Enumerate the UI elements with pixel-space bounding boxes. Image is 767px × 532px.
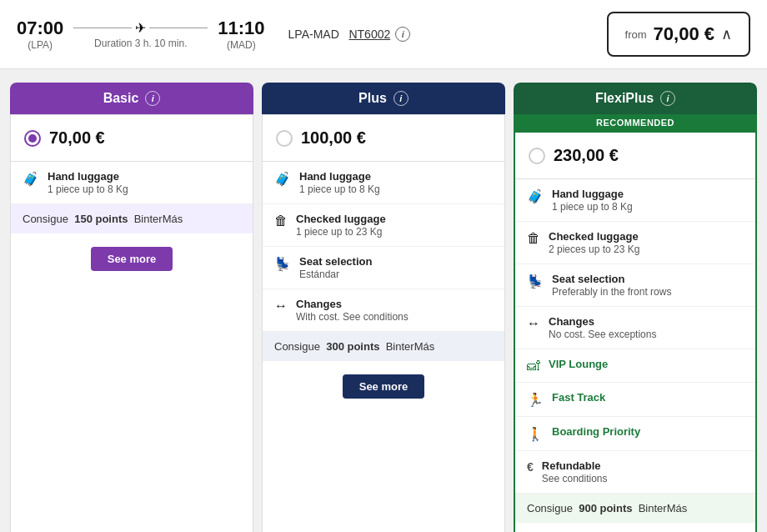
basic-hand-luggage: 🧳 Hand luggage 1 piece up to 8 Kg [11,162,253,204]
flexi-header-wrap: FlexiPlus i [514,83,757,114]
flexiplus-plan-card: FlexiPlus i RECOMMENDED 230,00 € 🧳 Hand … [514,83,757,532]
depart-block: 07:00 (LPA) [17,18,63,51]
flexi-checked-luggage: 🗑 Checked luggage 2 pieces up to 23 Kg [515,222,755,264]
duration-text: Duration 3 h. 10 min. [94,38,187,49]
plus-changes-desc: With cost. See conditions [296,311,409,323]
vip-lounge-icon: 🛋 [527,359,540,374]
flexi-seat-selection: 💺 Seat selection Preferably in the front… [515,264,755,307]
flight-info: 07:00 (LPA) ✈ Duration 3 h. 10 min. 11:1… [17,18,590,51]
flexiplus-price-box[interactable]: 230,00 € [515,133,755,179]
flight-info-icon[interactable]: i [395,27,410,42]
basic-radio[interactable] [24,130,41,147]
plus-hand-luggage-text: Hand luggage 1 piece up to 8 Kg [299,170,380,195]
flexiplus-info-icon[interactable]: i [660,91,675,106]
summary-price: 70,00 € [654,23,714,45]
plus-price: 100,00 € [301,128,366,148]
basic-plan-name: Basic [103,91,139,106]
basic-features: 🧳 Hand luggage 1 piece up to 8 Kg Consig… [10,162,253,532]
basic-radio-inner [28,134,37,143]
flexi-vip-lounge: 🛋 VIP Lounge [515,349,755,383]
flexiplus-plan-header: FlexiPlus i [514,83,757,114]
flexi-changes-title: Changes [549,315,656,328]
duration-line: ✈ Duration 3 h. 10 min. [73,20,208,49]
flexiplus-price: 230,00 € [554,146,619,165]
plus-changes-icon: ↔ [274,299,288,314]
basic-consigue: Consigue [23,213,68,225]
plus-radio[interactable] [276,130,293,147]
flexi-refundable: € Refundable See conditions [515,451,755,494]
basic-price-box[interactable]: 70,00 € [10,114,253,162]
basic-plan-header: Basic i [10,83,253,114]
flexi-hand-luggage-desc: 1 piece up to 8 Kg [552,201,633,213]
line-right [149,28,208,28]
flexi-seat-title: Seat selection [552,273,671,285]
plus-points-brand: BinterMás [386,340,435,353]
plus-features: 🧳 Hand luggage 1 piece up to 8 Kg 🗑 Chec… [262,162,505,532]
price-summary-box[interactable]: from 70,00 € ∧ [607,12,750,57]
plus-info-icon[interactable]: i [394,91,409,106]
plus-consigue: Consigue [274,340,320,353]
plus-hand-luggage: 🧳 Hand luggage 1 piece up to 8 Kg [263,162,504,204]
boarding-priority-icon: 🚶 [527,426,544,442]
plus-see-more-button[interactable]: See more [343,374,425,399]
flexi-checked-desc: 2 pieces up to 23 Kg [549,243,639,255]
flexi-fast-track-title: Fast Track [552,391,605,404]
flexi-refundable-desc: See conditions [542,473,608,484]
plus-plan-name: Plus [358,91,387,106]
plus-changes-text: Changes With cost. See conditions [296,298,409,323]
flexi-points-text: Consigue 900 points BinterMás [527,502,687,514]
luggage-icon: 🧳 [23,171,39,187]
plus-hand-luggage-desc: 1 piece up to 8 Kg [299,183,380,195]
fast-track-icon: 🏃 [527,392,544,408]
plus-seat-desc: Estándar [299,269,339,280]
flexi-points-row: Consigue 900 points BinterMás [515,494,755,523]
basic-points-row: Consigue 150 points BinterMás [11,204,253,233]
plus-checked-text: Checked luggage 1 piece up to 23 Kg [296,213,386,238]
arrive-block: 11:10 (MAD) [218,18,264,51]
basic-see-more-wrap: See more [11,233,253,286]
plus-plan-card: Plus i 100,00 € 🧳 Hand luggage 1 piece u… [262,83,505,532]
flexiplus-card-inner: 230,00 € 🧳 Hand luggage 1 piece up to 8 … [514,131,757,532]
flexi-boarding-priority: 🚶 Boarding Priority [515,417,755,451]
route-code: LPA-MAD [288,28,339,41]
basic-info-icon[interactable]: i [145,91,160,106]
flexi-consigue: Consigue [527,502,573,514]
flexi-boarding-title: Boarding Priority [552,425,640,438]
top-bar: 07:00 (LPA) ✈ Duration 3 h. 10 min. 11:1… [0,0,767,69]
plus-checked-title: Checked luggage [296,213,386,225]
plus-checked-desc: 1 piece up to 23 Kg [296,226,382,238]
line-left [73,28,132,28]
plus-seat-icon: 💺 [274,256,291,272]
plus-checked-luggage: 🗑 Checked luggage 1 piece up to 23 Kg [263,204,504,247]
basic-points-text: Consigue 150 points BinterMás [23,213,183,225]
basic-see-more-button[interactable]: See more [91,247,173,271]
flight-code[interactable]: NT6002 [348,28,390,41]
plus-points-value: 300 points [326,340,379,353]
flexi-changes-desc: No cost. See exceptions [549,329,656,340]
flexi-hand-luggage-title: Hand luggage [552,188,633,200]
flexi-vip-text: VIP Lounge [549,358,608,370]
flexi-fast-track: 🏃 Fast Track [515,383,755,417]
plus-points-row: Consigue 300 points BinterMás [263,332,504,361]
basic-points-brand: BinterMás [134,213,183,225]
plans-container: Basic i 70,00 € 🧳 Hand luggage 1 piece u… [0,69,767,532]
plus-price-box[interactable]: 100,00 € [262,114,505,162]
flexi-refundable-text: Refundable See conditions [542,459,608,484]
plus-checked-icon: 🗑 [274,213,288,228]
flexi-refundable-title: Refundable [542,459,608,472]
plane-icon: ✈ [135,20,146,36]
flexiplus-radio[interactable] [529,148,545,164]
flexi-boarding-text: Boarding Priority [552,425,640,438]
route-info: LPA-MAD NT6002 i [288,27,411,42]
plus-seat-selection: 💺 Seat selection Estándar [263,247,504,289]
basic-hand-luggage-desc: 1 piece up to 8 Kg [48,183,128,195]
flexi-checked-title: Checked luggage [549,230,639,243]
flexi-seat-icon: 💺 [527,274,544,289]
flexiplus-plan-name: FlexiPlus [595,91,654,106]
flexi-checked-icon: 🗑 [527,231,540,246]
flexi-see-more-wrap: See more [515,523,755,532]
basic-hand-luggage-title: Hand luggage [48,170,128,183]
arrow-line: ✈ [73,20,208,36]
chevron-up-icon: ∧ [721,25,732,43]
basic-hand-luggage-text: Hand luggage 1 piece up to 8 Kg [48,170,128,195]
